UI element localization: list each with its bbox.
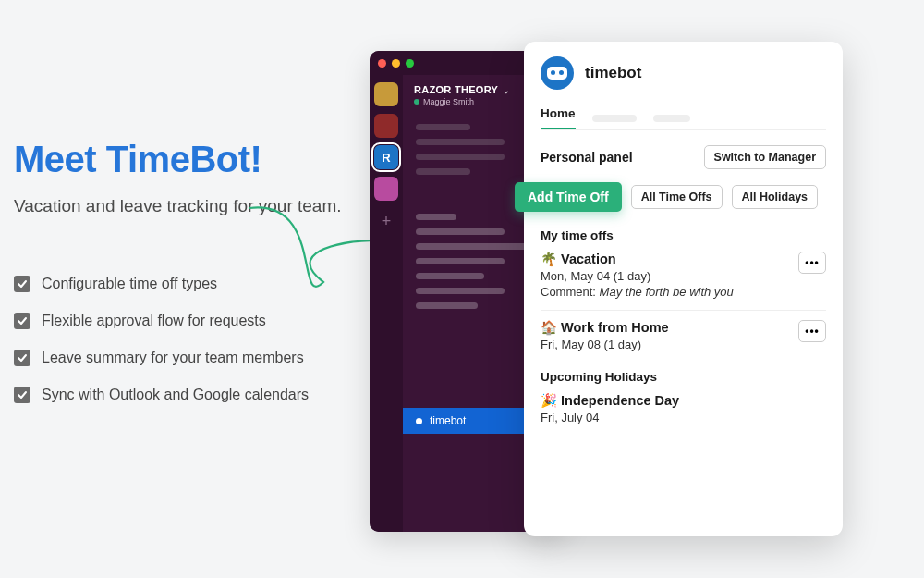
feature-item: Sync with Outlook and Google calendars (14, 387, 356, 403)
entry-more-button[interactable]: ••• (798, 252, 826, 274)
presence-icon (414, 99, 419, 105)
timeoff-comment: Comment: May the forth be with you (541, 285, 789, 299)
check-icon (14, 387, 30, 403)
timeoff-entry: 🌴 Vacation Mon, May 04 (1 day) Comment: … (541, 252, 826, 299)
workspace-tile[interactable] (374, 114, 398, 138)
tab-placeholder[interactable] (653, 115, 690, 122)
panel-tabs: Home (541, 106, 826, 130)
feature-text: Flexible approval flow for requests (42, 313, 266, 329)
timeoff-date: Fri, May 08 (1 day) (541, 338, 789, 351)
tab-home[interactable]: Home (541, 106, 576, 129)
timebot-avatar (541, 56, 574, 90)
check-icon (14, 350, 30, 366)
add-time-off-button[interactable]: Add Time Off (515, 182, 622, 212)
personal-panel-label: Personal panel (541, 150, 633, 165)
holiday-entry: 🎉 Independence Day Fri, July 04 (541, 393, 826, 424)
emoji-icon: 🏠 (541, 320, 557, 335)
all-holidays-button[interactable]: All Holidays (732, 185, 819, 209)
emoji-icon: 🎉 (541, 393, 557, 408)
workspace-tile-active[interactable]: R (374, 145, 398, 169)
workspace-name[interactable]: RAZOR THEORY ⌄ (414, 84, 511, 95)
chevron-down-icon: ⌄ (503, 86, 510, 95)
switch-to-manager-button[interactable]: Switch to Manager (704, 145, 826, 169)
window-minimize-icon[interactable] (392, 59, 400, 68)
holiday-name: Independence Day (561, 393, 679, 408)
sidebar-item-label: timebot (430, 414, 466, 427)
workspace-switcher: R + (370, 75, 403, 532)
panel-title: timebot (585, 64, 641, 82)
feature-text: Leave summary for your team members (42, 350, 304, 366)
current-user: Maggie Smith (414, 97, 511, 106)
feature-item: Leave summary for your team members (14, 350, 356, 366)
tab-placeholder[interactable] (592, 115, 637, 122)
holiday-date: Fri, July 04 (541, 411, 826, 424)
timebot-panel: timebot Home Personal panel Switch to Ma… (524, 42, 843, 536)
check-icon (14, 276, 30, 292)
hero-subtitle: Vacation and leave tracking for your tea… (14, 193, 356, 220)
feature-item: Flexible approval flow for requests (14, 313, 356, 329)
feature-item: Configurable time off types (14, 276, 356, 292)
all-time-offs-button[interactable]: All Time Offs (631, 185, 723, 209)
window-close-icon[interactable] (378, 59, 386, 68)
add-workspace-icon[interactable]: + (382, 212, 392, 231)
hero-title: Meet TimeBot! (14, 139, 356, 180)
workspace-tile[interactable] (374, 177, 398, 201)
feature-text: Configurable time off types (42, 276, 217, 292)
feature-list: Configurable time off types Flexible app… (14, 276, 356, 403)
hero-block: Meet TimeBot! Vacation and leave trackin… (14, 139, 356, 424)
upcoming-holidays-header: Upcoming Holidays (541, 370, 826, 384)
bot-icon (547, 67, 567, 80)
divider (541, 310, 826, 311)
timeoff-name: Vacation (561, 252, 616, 266)
timeoff-entry: 🏠 Work from Home Fri, May 08 (1 day) ••• (541, 320, 826, 351)
timeoff-date: Mon, May 04 (1 day) (541, 269, 789, 283)
workspace-tile[interactable] (374, 82, 398, 106)
window-zoom-icon[interactable] (406, 59, 414, 68)
app-presence-icon (416, 418, 422, 424)
check-icon (14, 313, 30, 329)
feature-text: Sync with Outlook and Google calendars (42, 387, 309, 403)
timeoff-name: Work from Home (561, 320, 669, 335)
entry-more-button[interactable]: ••• (798, 320, 826, 342)
my-time-offs-header: My time offs (541, 228, 826, 242)
emoji-icon: 🌴 (541, 252, 557, 266)
